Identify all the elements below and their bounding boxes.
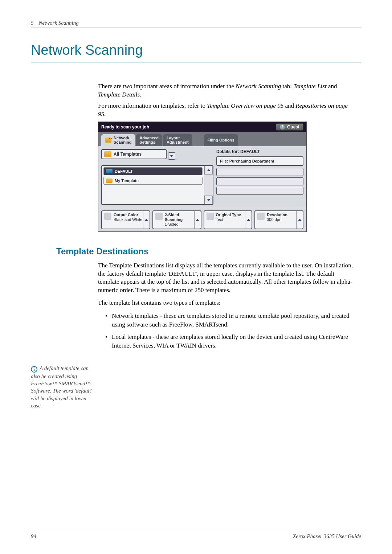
chevron-up-icon — [144, 219, 148, 221]
page-number: 94 — [31, 533, 36, 539]
page-footer: 94 Xerox Phaser 3635 User Guide — [31, 531, 361, 539]
original-type-icon — [207, 213, 214, 220]
option-expand-button[interactable] — [245, 211, 252, 229]
help-icon: ? — [280, 124, 285, 130]
section-title: Template Destinations — [56, 246, 361, 257]
intro-paragraph-1: There are two important areas of informa… — [98, 82, 354, 99]
chevron-down-icon — [207, 199, 211, 201]
scan-icon — [105, 138, 111, 143]
template-icon — [106, 178, 113, 183]
tab-layout-adjustment[interactable]: LayoutAdjustment — [163, 134, 192, 146]
details-header: Details for: DEFAULT — [216, 149, 303, 154]
two-sided-icon — [155, 213, 163, 220]
all-templates-dropdown[interactable]: All Templates — [101, 149, 167, 159]
running-header: 5 Network Scanning — [31, 20, 361, 28]
details-empty-row — [216, 177, 303, 185]
template-list: DEFAULT My Template — [101, 165, 213, 205]
output-color-icon — [104, 213, 111, 220]
option-expand-button[interactable] — [143, 211, 150, 229]
resolution-icon — [257, 213, 265, 220]
option-expand-button[interactable] — [194, 211, 201, 229]
chapter-title: Network Scanning — [38, 20, 78, 26]
book-title: Xerox Phaser 3635 User Guide — [293, 533, 361, 539]
option-expand-button[interactable] — [296, 211, 303, 229]
scroll-down-button[interactable] — [204, 196, 213, 204]
dropdown-button[interactable] — [168, 152, 175, 160]
embedded-screenshot: Ready to scan your job ? Guest NetworkSc… — [98, 122, 307, 232]
folder-icon — [104, 151, 111, 157]
chevron-down-icon — [170, 155, 173, 157]
guest-button[interactable]: ? Guest — [276, 123, 303, 131]
status-text: Ready to scan your job — [101, 124, 149, 130]
scroll-up-button[interactable] — [204, 166, 213, 175]
tab-filing-options[interactable]: Filing Options — [204, 134, 238, 146]
chapter-number: 5 — [31, 20, 34, 26]
chevron-up-icon — [298, 219, 302, 221]
scroll-track[interactable] — [204, 175, 213, 196]
scrollbar[interactable] — [204, 166, 213, 204]
option-resolution[interactable]: Resolution 300 dpi — [254, 210, 303, 229]
tab-network-scanning[interactable]: NetworkScanning — [101, 134, 135, 146]
chevron-up-icon — [247, 219, 250, 221]
details-empty-row — [216, 168, 303, 176]
template-row-mytemplate[interactable]: My Template — [103, 177, 203, 185]
page-title: Network Scanning — [31, 42, 361, 62]
screenshot-tabs: NetworkScanning AdvancedSettings LayoutA… — [98, 132, 306, 146]
info-icon: i — [31, 366, 37, 373]
chevron-up-icon — [196, 219, 199, 221]
details-empty-row — [216, 187, 303, 195]
details-file: File: Purchasing Department — [216, 156, 303, 166]
template-icon — [106, 169, 113, 173]
template-row-default[interactable]: DEFAULT — [103, 167, 203, 175]
bullet-local-templates: Local templates - these are templates st… — [105, 333, 354, 350]
margin-note-text: A default template can also be created u… — [31, 365, 92, 409]
intro-paragraph-2: For more information on templates, refer… — [98, 102, 354, 119]
margin-note: iA default template can also be created … — [31, 365, 93, 409]
section-paragraph-1: The Template Destinations list displays … — [98, 262, 354, 295]
option-output-color[interactable]: Output Color Black and White — [101, 210, 150, 229]
tab-advanced-settings[interactable]: AdvancedSettings — [136, 134, 163, 146]
option-two-sided-scanning[interactable]: 2-SidedScanning 1-Sided — [152, 210, 201, 229]
section-paragraph-2: The template list contains two types of … — [98, 299, 354, 307]
option-original-type[interactable]: Original Type Text — [204, 210, 253, 229]
chevron-up-icon — [207, 169, 211, 171]
bullet-network-templates: Network templates - these are templates … — [105, 312, 354, 329]
screenshot-statusbar: Ready to scan your job ? Guest — [98, 122, 306, 132]
